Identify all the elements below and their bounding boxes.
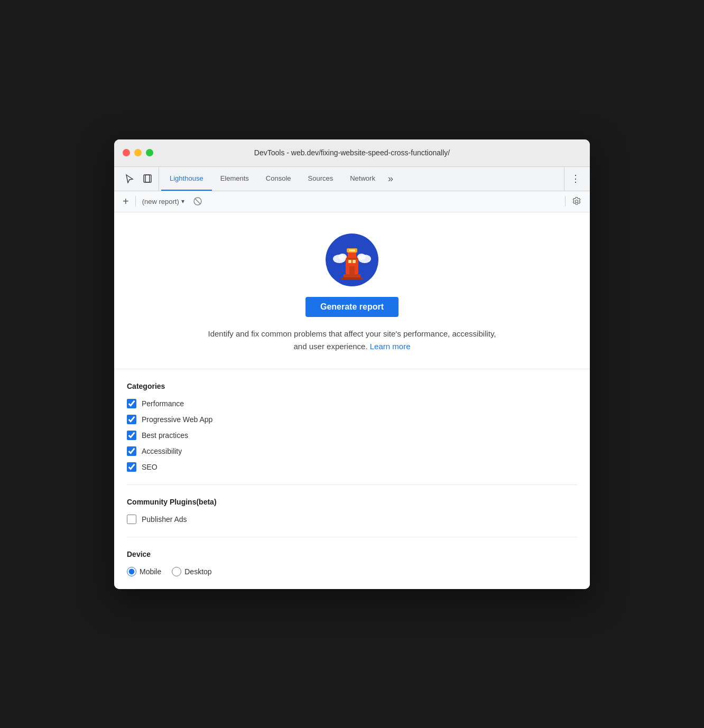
tab-bar-icons <box>118 167 159 191</box>
category-best-practices-item[interactable]: Best practices <box>127 431 577 440</box>
category-seo-checkbox[interactable] <box>127 462 136 472</box>
svg-point-16 <box>357 254 366 260</box>
block-button[interactable] <box>191 195 205 207</box>
categories-title: Categories <box>127 382 577 390</box>
device-radio-group: Mobile Desktop <box>127 567 577 576</box>
category-pwa-item[interactable]: Progressive Web App <box>127 415 577 424</box>
plugins-title: Community Plugins(beta) <box>127 498 577 506</box>
device-desktop-item[interactable]: Desktop <box>172 567 211 576</box>
tab-network[interactable]: Network <box>341 167 384 191</box>
dock-button[interactable] <box>141 172 154 185</box>
hero-description: Identify and fix common problems that af… <box>204 328 500 353</box>
new-report-button[interactable]: + <box>121 194 131 209</box>
category-seo-item[interactable]: SEO <box>127 462 577 472</box>
device-desktop-radio[interactable] <box>172 567 181 576</box>
toolbar-divider-right <box>565 196 566 207</box>
cursor-icon-button[interactable] <box>123 172 136 185</box>
category-accessibility-checkbox[interactable] <box>127 446 136 456</box>
plugin-publisher-ads-checkbox[interactable] <box>127 515 136 524</box>
svg-rect-1 <box>145 175 150 182</box>
learn-more-link[interactable]: Learn more <box>370 342 411 351</box>
svg-point-14 <box>338 254 347 260</box>
device-section: Device Mobile Desktop <box>127 537 577 589</box>
categories-section: Categories Performance Progressive Web A… <box>127 369 577 485</box>
category-performance-item[interactable]: Performance <box>127 399 577 408</box>
tab-lighthouse[interactable]: Lighthouse <box>161 167 212 191</box>
maximize-button[interactable] <box>146 149 153 156</box>
plugin-publisher-ads-item[interactable]: Publisher Ads <box>127 515 577 524</box>
device-mobile-item[interactable]: Mobile <box>127 567 161 576</box>
traffic-lights <box>123 149 153 156</box>
category-performance-checkbox[interactable] <box>127 399 136 408</box>
svg-rect-9 <box>349 249 355 251</box>
category-performance-label: Performance <box>142 399 184 408</box>
device-title: Device <box>127 550 577 558</box>
tab-bar-right: ⋮ <box>564 167 586 191</box>
category-best-practices-checkbox[interactable] <box>127 431 136 440</box>
device-mobile-radio[interactable] <box>127 567 136 576</box>
hero-section: Generate report Identify and fix common … <box>114 212 590 369</box>
main-content: Generate report Identify and fix common … <box>114 212 590 589</box>
device-mobile-label: Mobile <box>140 567 161 576</box>
lighthouse-logo <box>326 234 378 286</box>
settings-panel: Categories Performance Progressive Web A… <box>114 369 590 589</box>
tab-elements[interactable]: Elements <box>212 167 257 191</box>
category-seo-label: SEO <box>142 463 158 471</box>
tab-sources[interactable]: Sources <box>300 167 342 191</box>
category-pwa-checkbox[interactable] <box>127 415 136 424</box>
category-pwa-label: Progressive Web App <box>142 415 212 424</box>
svg-rect-18 <box>341 277 363 279</box>
generate-report-button[interactable]: Generate report <box>305 297 399 317</box>
toolbar-divider <box>135 196 136 207</box>
devtools-window: DevTools - web.dev/fixing-website-speed-… <box>114 139 590 589</box>
minimize-button[interactable] <box>134 149 142 156</box>
plugins-section: Community Plugins(beta) Publisher Ads <box>127 485 577 537</box>
tab-console[interactable]: Console <box>257 167 300 191</box>
report-selector[interactable]: (new report) ▾ <box>140 197 187 207</box>
close-button[interactable] <box>123 149 130 156</box>
sub-toolbar-right <box>565 195 583 207</box>
more-options-button[interactable]: ⋮ <box>569 171 581 186</box>
plugin-publisher-ads-label: Publisher Ads <box>142 515 187 524</box>
title-bar: DevTools - web.dev/fixing-website-speed-… <box>114 139 590 167</box>
svg-rect-12 <box>353 260 356 263</box>
svg-line-3 <box>194 199 200 204</box>
device-desktop-label: Desktop <box>184 567 211 576</box>
category-accessibility-label: Accessibility <box>142 447 182 455</box>
svg-rect-0 <box>144 175 151 182</box>
svg-rect-11 <box>348 260 351 263</box>
sub-toolbar: + (new report) ▾ <box>114 191 590 212</box>
svg-rect-10 <box>349 266 355 274</box>
window-title: DevTools - web.dev/fixing-website-speed-… <box>254 148 450 157</box>
settings-button[interactable] <box>570 195 583 207</box>
svg-rect-17 <box>344 274 360 277</box>
category-best-practices-label: Best practices <box>142 431 188 440</box>
more-tabs-button[interactable]: » <box>384 167 397 191</box>
tab-bar: Lighthouse Elements Console Sources Netw… <box>114 167 590 191</box>
category-accessibility-item[interactable]: Accessibility <box>127 446 577 456</box>
